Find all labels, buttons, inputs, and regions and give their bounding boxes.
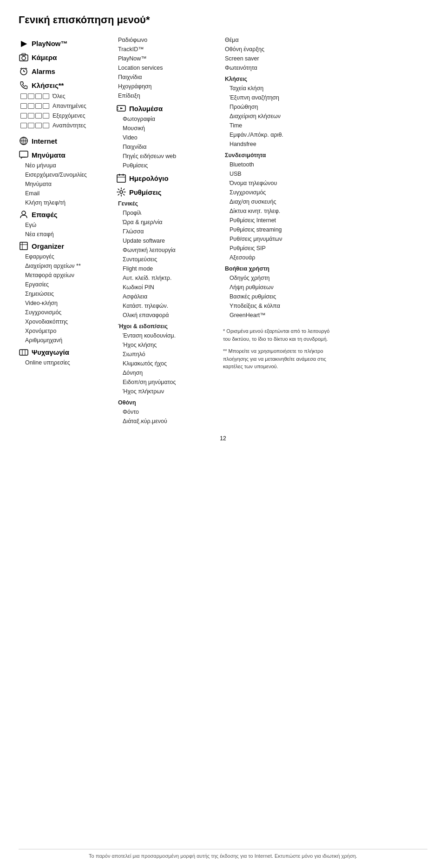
- speed-dial: Ταχεία κλήση: [223, 84, 334, 93]
- boxes-missed: [20, 123, 49, 128]
- alarms-label: Alarms: [32, 67, 55, 75]
- phone-icon: [19, 80, 29, 90]
- recording: Ηχογράφηση: [116, 82, 218, 91]
- section-calls: Κλήσεις**: [19, 80, 112, 90]
- vibration: Δόνηση: [116, 368, 218, 378]
- page-title: Γενική επισκόπηση μενού*: [19, 14, 427, 26]
- note-2: ** Μπορείτε να χρησιμοποιήσετε το πλήκτρ…: [223, 347, 334, 371]
- internet-label: Internet: [32, 137, 57, 145]
- settings-label: Ρυθμίσεις: [129, 188, 162, 196]
- call-tele: Κλήση τηλεφ/τή: [19, 198, 112, 207]
- contacts-icon: [19, 209, 29, 219]
- settings-icon: [116, 187, 126, 197]
- connectivity-header: Συνδεσιμότητα: [223, 151, 334, 160]
- settings-sub: Ρυθμίσεις: [116, 161, 218, 170]
- forward: Προώθηση: [223, 102, 334, 112]
- column-2: Ραδιόφωνο TrackID™ PlayNow™ Location ser…: [116, 35, 218, 426]
- section-messages: Μηνύματα: [19, 150, 112, 160]
- streaming-settings: Ρυθμίσεις streaming: [223, 225, 334, 234]
- entertainment-label: Ψυχαγωγία: [32, 348, 69, 356]
- basic-settings: Βασικές ρυθμίσεις: [223, 292, 334, 301]
- calls-missed-row: Αναπάντητες: [20, 121, 112, 130]
- screen-saver: Screen saver: [223, 54, 334, 63]
- multimedia-icon: [116, 103, 126, 113]
- demo: Επίδειξη: [116, 91, 218, 100]
- usb: USB: [223, 169, 334, 179]
- tips: Υποδείξεις & κόλπα: [223, 301, 334, 311]
- ringtone: Ήχος κλήσης: [116, 340, 218, 350]
- svg-rect-12: [20, 151, 28, 157]
- sync2: Συγχρονισμός: [223, 188, 334, 197]
- file-mgmt: Διαχείριση αρχείων **: [19, 261, 112, 271]
- section-calendar: Ημερολόγιο: [116, 173, 218, 183]
- email: Email: [19, 189, 112, 198]
- games: Παιχνίδια: [116, 73, 218, 82]
- flight-mode: Flight mode: [116, 264, 218, 273]
- pin-codes: Κωδικοί PIN: [116, 283, 218, 292]
- footer-text: Το παρόν αποτελεί μια προσαρμοσμένη μορφ…: [89, 853, 357, 859]
- radio: Ραδιόφωνο: [116, 35, 218, 45]
- display-header: Οθόνη: [116, 398, 218, 407]
- phone-status: Κατάστ. τηλεφών.: [116, 301, 218, 311]
- sounds-header: Ήχοι & ειδοπ/σεις: [116, 322, 218, 331]
- svg-point-13: [22, 211, 26, 215]
- help-header: Βοήθεια χρήστη: [223, 264, 334, 273]
- internet-settings: Ρυθμίσεις Internet: [223, 216, 334, 225]
- boxes-all: [20, 93, 49, 99]
- key-sounds: Ήχος πλήκτρων: [116, 387, 218, 396]
- calls-answered-row: Απαντημένες: [20, 101, 112, 111]
- inbox: Εισερχόμενα/Συνομιλίες: [19, 170, 112, 179]
- playnow-icon: ▶: [19, 38, 29, 48]
- mobile-networks: Δίκτυα κινητ. τηλεφ.: [223, 206, 334, 216]
- playnow-sub: PlayNow™: [116, 54, 218, 63]
- calls-all-label: Όλες: [51, 92, 66, 101]
- news-feeds: Πηγές ειδήσεων web: [116, 152, 218, 161]
- voice-function: Φωνητική λειτουργία: [116, 245, 218, 255]
- calendar-icon: [116, 173, 126, 183]
- section-alarms: Alarms: [19, 66, 112, 76]
- language: Γλώσσα: [116, 227, 218, 236]
- section-multimedia: Πολυμέσα: [116, 103, 218, 113]
- section-organizer: Organizer: [19, 241, 112, 251]
- phone-name: Όνομα τηλεφώνου: [223, 179, 334, 188]
- multimedia-label: Πολυμέσα: [129, 105, 163, 113]
- boxes-outgoing: [20, 113, 49, 119]
- user-guide: Οδηγός χρήστη: [223, 273, 334, 283]
- wallpaper: Φόντο: [116, 407, 218, 417]
- shortcuts: Συντομεύσεις: [116, 255, 218, 264]
- escalating-tone: Κλιμακωτός ήχος: [116, 359, 218, 368]
- svg-rect-2: [22, 53, 26, 55]
- bluetooth: Bluetooth: [223, 160, 334, 169]
- footer: Το παρόν αποτελεί μια προσαρμοσμένη μορφ…: [19, 849, 427, 859]
- section-playnow: ▶ PlayNow™: [19, 38, 112, 48]
- games2: Παιχνίδια: [116, 142, 218, 152]
- playnow-label: PlayNow™: [32, 40, 68, 47]
- organizer-label: Organizer: [32, 242, 64, 250]
- apps: Εφαρμογές: [19, 252, 112, 261]
- location-services: Location services: [116, 63, 218, 73]
- time-date: Ώρα & ημερ/νία: [116, 218, 218, 227]
- factory-reset: Ολική επαναφορά: [116, 311, 218, 320]
- column-3: Θέμα Οθόνη έναρξης Screen saver Φωτεινότ…: [223, 35, 334, 371]
- messages-sub: Μηνύματα: [19, 179, 112, 189]
- new-contact: Νέα επαφή: [19, 230, 112, 239]
- camera-icon: [19, 52, 29, 62]
- boxes-answered: [20, 103, 49, 109]
- internet-icon: [19, 136, 29, 146]
- message-settings: Ρυθ/σεις μηνυμάτων: [223, 234, 334, 244]
- main-menu-layout: Διάταξ.κύρ.μενού: [116, 417, 218, 426]
- calculator: Αριθμομηχανή: [19, 336, 112, 345]
- sync: Συγχρονισμός: [19, 308, 112, 317]
- calls-outgoing-row: Εξερχόμενες: [20, 111, 112, 120]
- section-internet: Internet: [19, 136, 112, 146]
- camera-label: Κάμερα: [32, 53, 57, 61]
- timer: Χρονοδιακόπτης: [19, 317, 112, 326]
- menu-columns: ▶ PlayNow™ Κάμερα Alarms: [19, 35, 427, 426]
- start-screen: Οθόνη έναρξης: [223, 45, 334, 54]
- tasks: Εργασίες: [19, 280, 112, 289]
- calls-sub-header: Κλήσεις: [223, 74, 334, 84]
- video: Video: [116, 133, 218, 142]
- handsfree: Handsfree: [223, 139, 334, 149]
- entertainment-icon: [19, 347, 29, 357]
- svg-point-28: [120, 191, 123, 193]
